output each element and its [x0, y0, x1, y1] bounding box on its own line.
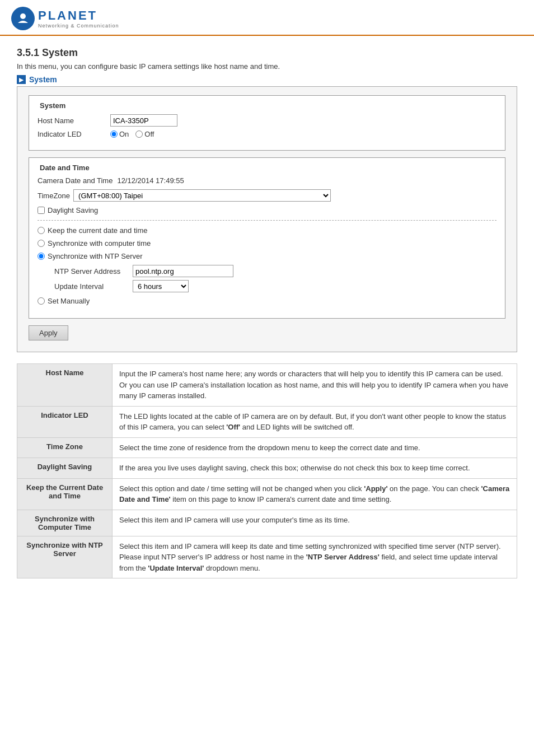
- system-fieldset: System Host Name Indicator LED On Off: [29, 95, 505, 151]
- update-interval-row: Update Interval 6 hours: [54, 280, 496, 292]
- logo-text: PLANET Networking & Communication: [38, 8, 119, 29]
- table-row: Host Name Input the IP camera's host nam…: [17, 364, 517, 407]
- svg-point-1: [20, 13, 26, 19]
- info-label-keep-current: Keep the Current Date and Time: [17, 478, 113, 510]
- system-box: System Host Name Indicator LED On Off: [17, 86, 517, 352]
- panel-header: ▶ System: [17, 75, 517, 84]
- ntp-server-input[interactable]: [133, 265, 233, 277]
- table-row: Synchronize with Computer Time Select th…: [17, 510, 517, 536]
- table-row: Daylight Saving If the area you live use…: [17, 458, 517, 479]
- sync-computer-radio[interactable]: [38, 240, 45, 247]
- info-desc-sync-computer: Select this item and IP camera will use …: [113, 510, 517, 536]
- daylight-saving-row: Daylight Saving: [38, 206, 496, 214]
- indicator-led-row: Indicator LED On Off: [38, 130, 496, 138]
- keep-current-row: Keep the current date and time: [38, 226, 496, 235]
- panel-label: System: [29, 75, 57, 84]
- info-label-sync-computer: Synchronize with Computer Time: [17, 510, 113, 536]
- update-interval-label: Update Interval: [54, 282, 133, 291]
- info-label-time-zone: Time Zone: [17, 437, 113, 458]
- info-desc-time-zone: Select the time zone of residence from t…: [113, 437, 517, 458]
- ntp-server-label: NTP Server Address: [54, 267, 133, 276]
- indicator-off-option[interactable]: Off: [135, 130, 154, 138]
- info-desc-host-name: Input the IP camera's host name here; an…: [113, 364, 517, 407]
- daylight-saving-checkbox[interactable]: [38, 207, 45, 214]
- indicator-off-label: Off: [144, 130, 154, 138]
- indicator-on-radio[interactable]: [110, 130, 118, 138]
- set-manually-label: Set Manually: [48, 297, 90, 305]
- page-header: PLANET Networking & Communication: [0, 0, 534, 36]
- ntp-server-row: NTP Server Address: [54, 265, 496, 277]
- date-time-fieldset: Date and Time Camera Date and Time 12/12…: [29, 157, 505, 319]
- info-label-sync-ntp: Synchronize with NTP Server: [17, 536, 113, 578]
- info-desc-daylight: If the area you live uses daylight savin…: [113, 458, 517, 479]
- main-content: 3.5.1 System In this menu, you can confi…: [0, 36, 534, 590]
- panel-icon: ▶: [17, 75, 26, 84]
- daylight-saving-label: Daylight Saving: [48, 206, 98, 214]
- table-row: Keep the Current Date and Time Select th…: [17, 478, 517, 510]
- indicator-off-radio[interactable]: [135, 130, 143, 138]
- info-table: Host Name Input the IP camera's host nam…: [17, 363, 517, 578]
- set-manually-radio[interactable]: [38, 297, 45, 305]
- timezone-label: TimeZone: [38, 192, 70, 200]
- sync-ntp-radio[interactable]: [38, 253, 45, 260]
- info-label-daylight: Daylight Saving: [17, 458, 113, 479]
- host-name-input[interactable]: [110, 114, 177, 127]
- set-manually-row: Set Manually: [38, 297, 496, 305]
- host-name-label: Host Name: [38, 116, 110, 125]
- indicator-led-radio-group: On Off: [110, 130, 154, 138]
- sync-computer-row: Synchronize with computer time: [38, 239, 496, 248]
- camera-date-time-label: Camera Date and Time: [38, 176, 113, 185]
- keep-current-label: Keep the current date and time: [48, 226, 148, 235]
- indicator-on-label: On: [119, 130, 129, 138]
- dashed-divider: [38, 220, 496, 221]
- section-title: 3.5.1 System: [17, 47, 517, 59]
- table-row: Indicator LED The LED lights located at …: [17, 406, 517, 437]
- camera-date-time-value: 12/12/2014 17:49:55: [117, 176, 184, 185]
- section-description: In this menu, you can configure basic IP…: [17, 62, 517, 71]
- date-time-legend: Date and Time: [38, 164, 496, 172]
- logo-sub-text: Networking & Communication: [38, 23, 119, 29]
- logo-icon: [11, 7, 35, 30]
- host-name-row: Host Name: [38, 114, 496, 127]
- sync-ntp-row: Synchronize with NTP Server: [38, 252, 496, 260]
- apply-button[interactable]: Apply: [29, 325, 68, 340]
- table-row: Synchronize with NTP Server Select this …: [17, 536, 517, 578]
- info-label-host-name: Host Name: [17, 364, 113, 407]
- table-row: Time Zone Select the time zone of reside…: [17, 437, 517, 458]
- info-desc-sync-ntp: Select this item and IP camera will keep…: [113, 536, 517, 578]
- timezone-row: TimeZone (GMT+08:00) Taipei: [38, 189, 496, 202]
- update-interval-select[interactable]: 6 hours: [133, 280, 189, 292]
- info-desc-indicator-led: The LED lights located at the cable of I…: [113, 406, 517, 437]
- sync-ntp-label: Synchronize with NTP Server: [48, 252, 143, 260]
- timezone-select[interactable]: (GMT+08:00) Taipei: [73, 189, 331, 202]
- ntp-fields: NTP Server Address Update Interval 6 hou…: [54, 265, 496, 292]
- indicator-on-option[interactable]: On: [110, 130, 129, 138]
- info-desc-keep-current: Select this option and date / time setti…: [113, 478, 517, 510]
- system-legend: System: [38, 101, 496, 110]
- keep-current-radio[interactable]: [38, 227, 45, 234]
- camera-date-time-row: Camera Date and Time 12/12/2014 17:49:55: [38, 176, 496, 185]
- logo: PLANET Networking & Communication: [11, 7, 119, 30]
- indicator-led-label: Indicator LED: [38, 130, 110, 138]
- info-label-indicator-led: Indicator LED: [17, 406, 113, 437]
- sync-computer-label: Synchronize with computer time: [48, 239, 151, 248]
- logo-planet-text: PLANET: [38, 8, 119, 23]
